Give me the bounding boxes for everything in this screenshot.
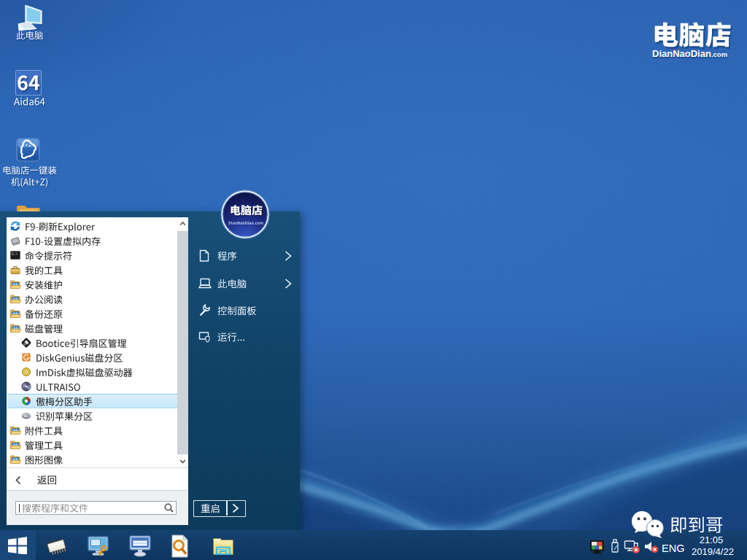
svg-text:C:\: C:\ — [12, 252, 18, 256]
